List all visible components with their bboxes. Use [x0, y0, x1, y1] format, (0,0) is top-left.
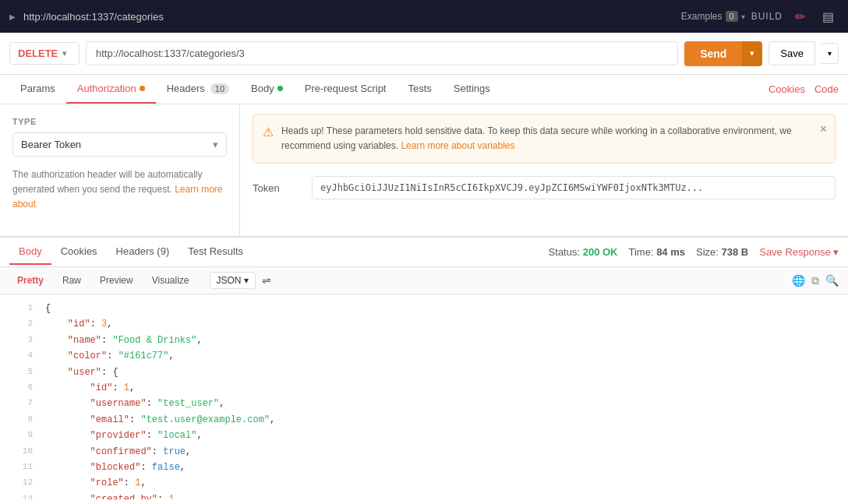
- size-text: Size: 738 B: [696, 246, 748, 258]
- method-select[interactable]: DELETE ▾: [9, 42, 80, 65]
- learn-variables-link[interactable]: Learn more about variables: [401, 140, 514, 151]
- line-number: 1: [9, 301, 33, 316]
- format-value: JSON: [217, 275, 242, 286]
- code-line: 8 "email": "test.user@example.com",: [0, 412, 848, 428]
- top-bar-url: http://localhost:1337/categories: [23, 11, 673, 23]
- status-value: 200 OK: [583, 246, 618, 258]
- token-input[interactable]: [312, 176, 836, 199]
- code-line: 13 "created_by": 1,: [0, 492, 848, 499]
- line-content: "id": 3,: [45, 316, 112, 332]
- url-input[interactable]: [86, 41, 678, 65]
- line-content: "username": "test_user",: [45, 396, 224, 411]
- response-sub-row: Pretty Raw Preview Visualize JSON ▾ ⇌ 🌐 …: [0, 267, 848, 294]
- resp-tab-raw[interactable]: Raw: [55, 272, 89, 289]
- code-link[interactable]: Code: [814, 83, 839, 95]
- save-response-button[interactable]: Save Response ▾: [759, 246, 839, 258]
- line-content: "confirmed": true,: [45, 444, 191, 460]
- token-label: Token: [253, 182, 299, 194]
- build-button[interactable]: BUILD: [751, 11, 783, 22]
- auth-left-panel: TYPE Bearer Token ▾ The authorization he…: [0, 104, 240, 236]
- format-select[interactable]: JSON ▾: [210, 272, 256, 289]
- line-content: {: [45, 301, 51, 316]
- resp-tab-visualize[interactable]: Visualize: [144, 272, 197, 289]
- tab-authorization[interactable]: Authorization: [66, 75, 156, 104]
- top-bar: ▶ http://localhost:1337/categories Examp…: [0, 0, 848, 33]
- code-area: 1{2 "id": 3,3 "name": "Food & Drinks",4 …: [0, 294, 848, 499]
- headers-badge: 10: [210, 83, 229, 94]
- line-number: 9: [9, 428, 33, 443]
- line-number: 13: [9, 492, 33, 499]
- line-number: 8: [9, 412, 33, 428]
- tab-params[interactable]: Params: [9, 75, 66, 104]
- bottom-tab-body[interactable]: Body: [9, 239, 51, 265]
- time-text: Time: 84 ms: [628, 246, 685, 258]
- line-number: 6: [9, 380, 33, 396]
- tabs-right-links: Cookies Code: [768, 83, 839, 95]
- line-content: "user": {: [45, 365, 118, 380]
- auth-dot: [140, 86, 145, 91]
- format-arrow-icon: ▾: [244, 275, 249, 286]
- tab-headers[interactable]: Headers 10: [156, 75, 240, 104]
- auth-section: TYPE Bearer Token ▾ The authorization he…: [0, 104, 848, 237]
- line-number: 7: [9, 396, 33, 411]
- auth-right-panel: ⚠ Heads up! These parameters hold sensit…: [240, 104, 848, 236]
- line-content: "created_by": 1,: [45, 492, 180, 499]
- cookies-link[interactable]: Cookies: [768, 83, 805, 95]
- bottom-tab-headers[interactable]: Headers (9): [107, 239, 179, 265]
- line-content: "blocked": false,: [45, 460, 186, 475]
- alert-close-icon[interactable]: ×: [820, 122, 827, 136]
- send-button-group: Send ▾: [684, 41, 762, 66]
- type-label: TYPE: [12, 117, 227, 126]
- line-number: 10: [9, 444, 33, 460]
- time-value: 84 ms: [656, 246, 685, 258]
- type-arrow-icon: ▾: [213, 139, 218, 150]
- tab-tests[interactable]: Tests: [397, 75, 442, 104]
- line-content: "id": 1,: [45, 380, 135, 396]
- type-description: The authorization header will be automat…: [12, 167, 227, 213]
- code-line: 11 "blocked": false,: [0, 460, 848, 475]
- line-number: 4: [9, 348, 33, 364]
- bottom-tab-test-results[interactable]: Test Results: [178, 239, 253, 265]
- save-response-arrow-icon: ▾: [833, 246, 839, 258]
- line-number: 3: [9, 333, 33, 348]
- edit-icon[interactable]: ✏: [789, 5, 811, 27]
- body-dot: [277, 86, 283, 91]
- tab-body[interactable]: Body: [240, 75, 294, 104]
- line-content: "role": 1,: [45, 475, 147, 491]
- resp-tab-preview[interactable]: Preview: [92, 272, 141, 289]
- examples-label: Examples: [681, 11, 723, 22]
- line-content: "color": "#161c77",: [45, 348, 175, 364]
- search-icon[interactable]: 🔍: [825, 274, 839, 287]
- wrap-icon[interactable]: ⇌: [262, 274, 271, 287]
- code-line: 4 "color": "#161c77",: [0, 348, 848, 364]
- type-select[interactable]: Bearer Token ▾: [12, 132, 227, 157]
- tab-settings[interactable]: Settings: [443, 75, 501, 104]
- save-dropdown-button[interactable]: ▾: [822, 43, 839, 64]
- comment-icon[interactable]: ▤: [817, 5, 839, 27]
- resp-tab-pretty[interactable]: Pretty: [9, 272, 51, 289]
- type-value: Bearer Token: [21, 139, 81, 150]
- url-bar: DELETE ▾ Send ▾ Save ▾: [0, 33, 848, 75]
- code-line: 10 "confirmed": true,: [0, 444, 848, 460]
- tab-prerequest[interactable]: Pre-request Script: [294, 75, 398, 104]
- method-arrow-icon: ▾: [62, 49, 66, 58]
- examples-chevron-icon: ▾: [741, 12, 745, 21]
- line-number: 2: [9, 316, 33, 332]
- bottom-tabs-row: Body Cookies Headers (9) Test Results St…: [0, 238, 848, 267]
- save-button[interactable]: Save: [768, 41, 815, 65]
- bottom-panel: Body Cookies Headers (9) Test Results St…: [0, 237, 848, 501]
- copy-icon[interactable]: ⧉: [811, 274, 819, 287]
- code-line: 3 "name": "Food & Drinks",: [0, 333, 848, 348]
- code-line: 12 "role": 1,: [0, 475, 848, 491]
- code-line: 7 "username": "test_user",: [0, 396, 848, 411]
- status-text: Status: 200 OK: [549, 246, 618, 258]
- code-line: 5 "user": {: [0, 365, 848, 380]
- method-value: DELETE: [18, 48, 58, 59]
- alert-text: Heads up! These parameters hold sensitiv…: [281, 124, 825, 153]
- examples-button[interactable]: Examples 0 ▾: [681, 11, 745, 22]
- send-button[interactable]: Send: [684, 41, 742, 66]
- send-dropdown-button[interactable]: ▾: [742, 41, 762, 66]
- code-line: 9 "provider": "local",: [0, 428, 848, 443]
- code-line: 6 "id": 1,: [0, 380, 848, 396]
- bottom-tab-cookies[interactable]: Cookies: [51, 239, 107, 265]
